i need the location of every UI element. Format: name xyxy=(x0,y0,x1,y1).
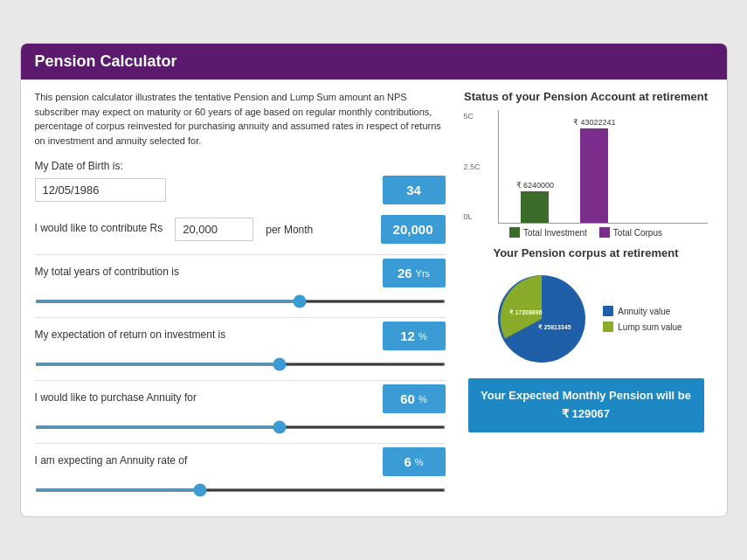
bar-corpus-rect xyxy=(580,128,608,223)
annuity-rate-label: I am expecting an Annuity rate of xyxy=(35,454,376,467)
contribution-label: I would like to contribute Rs xyxy=(35,222,163,234)
calculator-card: Pension Calculator This pension calculat… xyxy=(20,43,728,517)
pie-legend-annuity-dot xyxy=(603,306,613,316)
pie-legend-annuity-label: Annuity value xyxy=(618,307,670,316)
pension-banner: Your Expected Monthly Pension will be ₹ … xyxy=(468,378,704,432)
left-panel: This pension calculator illustrates the … xyxy=(35,90,446,506)
pie-chart-title: Your Pension corpus at retirement xyxy=(460,246,713,259)
y-label-mid: 2.5C xyxy=(464,162,481,171)
years-slider[interactable] xyxy=(35,300,446,303)
return-slider[interactable] xyxy=(35,363,446,366)
pension-banner-line1: Your Expected Monthly Pension will be xyxy=(477,387,695,405)
y-label-top: 5C xyxy=(464,112,481,121)
dob-badge: 34 xyxy=(383,176,446,204)
contribution-input[interactable] xyxy=(175,218,253,241)
per-month-label: per Month xyxy=(266,224,313,236)
dob-input[interactable] xyxy=(35,178,166,202)
legend-investment: Total Investment xyxy=(509,227,587,238)
svg-text:₹ 17208896: ₹ 17208896 xyxy=(510,309,543,315)
pie-chart-svg: ₹ 25813345 ₹ 17208896 xyxy=(489,266,594,371)
pie-legend-annuity: Annuity value xyxy=(603,306,681,316)
bar-corpus-label: ₹ 43022241 xyxy=(573,118,616,127)
pie-legend: Annuity value Lump sum value xyxy=(603,306,681,332)
bar-investment-label: ₹ 6240000 xyxy=(516,181,555,190)
annuity-rate-group: I am expecting an Annuity rate of 6 % xyxy=(35,447,446,495)
legend-corpus-label: Total Corpus xyxy=(613,228,662,238)
bar-corpus: ₹ 43022241 xyxy=(573,118,616,223)
pie-legend-lumpsum: Lump sum value xyxy=(603,321,681,332)
legend-investment-dot xyxy=(509,227,520,238)
dob-group: My Date of Birth is: 34 xyxy=(35,160,446,204)
dob-label: My Date of Birth is: xyxy=(35,160,446,172)
card-header: Pension Calculator xyxy=(21,44,727,80)
contribution-group: I would like to contribute Rs per Month … xyxy=(35,215,446,244)
years-label: My total years of contribution is xyxy=(35,266,376,278)
legend-investment-label: Total Investment xyxy=(523,228,587,238)
annuity-pct-group: I would like to purchase Annuity for 60 … xyxy=(35,384,446,432)
years-badge: 26 Yrs xyxy=(383,259,446,287)
contribution-badge: 20,000 xyxy=(381,215,446,244)
bar-investment: ₹ 6240000 xyxy=(516,181,555,223)
annuity-pct-slider[interactable] xyxy=(35,425,446,429)
bar-legend: Total Investment Total Corpus xyxy=(460,227,713,238)
card-title: Pension Calculator xyxy=(35,52,177,70)
legend-corpus: Total Corpus xyxy=(599,227,662,238)
bar-chart-title: Status of your Pension Account at retire… xyxy=(460,90,713,103)
legend-corpus-dot xyxy=(599,227,610,238)
svg-text:₹ 25813345: ₹ 25813345 xyxy=(539,324,571,330)
pie-legend-lumpsum-dot xyxy=(603,321,613,332)
annuity-pct-label: I would like to purchase Annuity for xyxy=(35,391,376,404)
return-group: My expectation of return on investment i… xyxy=(35,321,446,370)
annuity-rate-badge: 6 % xyxy=(383,447,446,476)
annuity-rate-slider[interactable] xyxy=(35,488,446,492)
right-panel: Status of your Pension Account at retire… xyxy=(460,90,713,506)
bar-investment-rect xyxy=(521,191,549,223)
pie-legend-lumpsum-label: Lump sum value xyxy=(618,322,681,332)
annuity-pct-badge: 60 % xyxy=(383,384,446,413)
pension-banner-line2: ₹ 129067 xyxy=(477,405,695,424)
years-group: My total years of contribution is 26 Yrs xyxy=(35,259,446,307)
description-text: This pension calculator illustrates the … xyxy=(35,90,446,148)
return-badge: 12 % xyxy=(383,321,446,350)
y-label-bot: 0L xyxy=(464,212,481,221)
pie-area: ₹ 25813345 ₹ 17208896 Annuity value Lump… xyxy=(460,266,713,371)
return-label: My expectation of return on investment i… xyxy=(35,328,376,341)
